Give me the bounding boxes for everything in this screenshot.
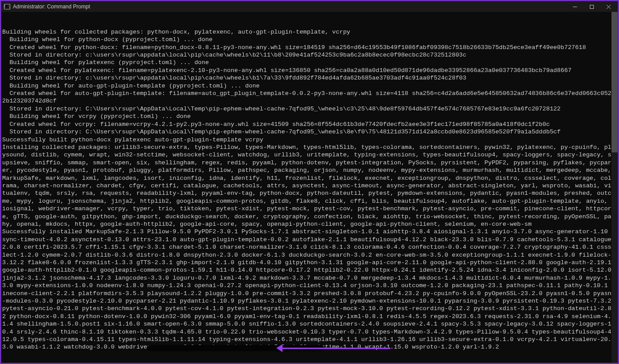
maximize-button[interactable] xyxy=(588,4,595,10)
scrollbar-thumb[interactable] xyxy=(611,12,618,152)
close-button[interactable] xyxy=(605,4,611,10)
cmd-icon: C:\ xyxy=(4,4,10,9)
terminal-output[interactable]: Building wheels for collected packages: … xyxy=(1,12,618,363)
output-text: Building wheels for collected packages: … xyxy=(2,28,617,359)
window-title: Administrator: Command Prompt xyxy=(13,4,90,10)
svg-rect-1 xyxy=(590,5,593,8)
titlebar[interactable]: C:\ Administrator: Command Prompt xyxy=(1,1,618,12)
scrollbar[interactable] xyxy=(611,12,618,363)
command-prompt-window: C:\ Administrator: Command Prompt Buildi… xyxy=(1,1,618,363)
minimize-button[interactable] xyxy=(572,4,578,10)
